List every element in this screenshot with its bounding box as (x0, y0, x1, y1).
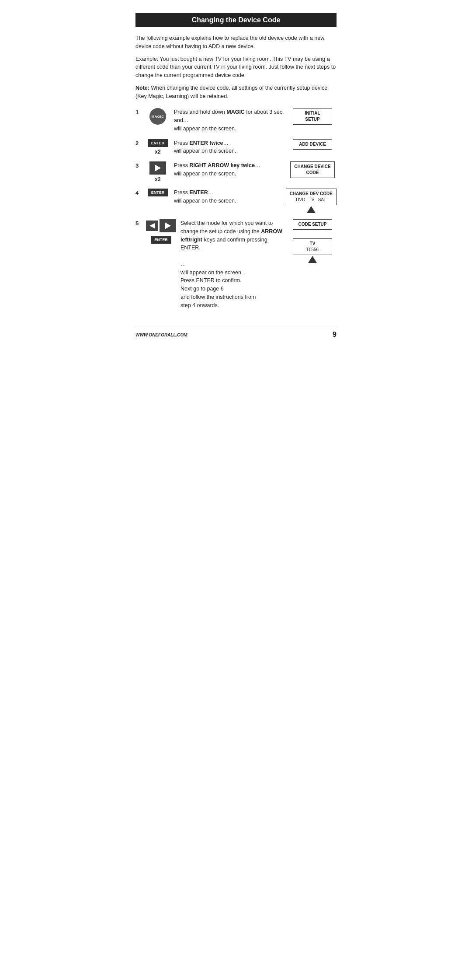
step-desc-1: Press and hold down MAGIC for about 3 se… (174, 108, 284, 133)
step-desc-4: Press ENTER…will appear on the screen. (174, 189, 281, 205)
steps-container: 1 MAGIC Press and hold down MAGIC for ab… (135, 108, 337, 309)
step-number-3: 3 (135, 162, 142, 169)
step-number-1: 1 (135, 109, 142, 116)
left-arrow-icon (149, 223, 155, 228)
note-body: When changing the device code, all setti… (135, 85, 327, 99)
screen-display-5a: CODE SETUP (293, 219, 332, 230)
step-desc-3: Press RIGHT ARROW key twice…will appear … (174, 161, 284, 178)
step-screen-1: INITIAL SETUP (288, 108, 337, 125)
step-screen-4: CHANGE DEV CODE DVD TV SAT (286, 189, 337, 213)
x2-label-2: x2 (155, 149, 160, 155)
step-number-4: 4 (135, 189, 142, 196)
magic-button-icon: MAGIC (149, 108, 166, 125)
screen-display-1: INITIAL SETUP (293, 108, 332, 125)
triangle-arrow-5 (308, 256, 317, 263)
step-screen-5: CODE SETUP TV T0556 (288, 219, 337, 263)
left-arrow-button-icon (146, 220, 158, 231)
step-icon-2: ENTER x2 (146, 139, 170, 155)
right-arrow-button-icon (149, 161, 166, 175)
x2-label-3: x2 (155, 176, 160, 182)
step-screen-2: ADD DEVICE (288, 139, 337, 150)
right-arrow-icon (155, 164, 161, 172)
screen-display-3: CHANGE DEVICE CODE (290, 161, 334, 178)
enter-button-icon: ENTER (148, 139, 168, 147)
right-arrow-icon-5 (165, 222, 171, 229)
step-number-5: 5 (135, 220, 142, 227)
step-row-5: 5 ENTER Select the mode for which you wa… (135, 219, 337, 309)
step-number-2: 2 (135, 140, 142, 147)
intro-paragraph-2: Example: You just bought a new TV for yo… (135, 55, 337, 80)
step-row-1: 1 MAGIC Press and hold down MAGIC for ab… (135, 108, 337, 133)
step-screen-3: CHANGE DEVICE CODE (288, 161, 337, 178)
note-label: Note: (135, 85, 149, 91)
screen-display-5b: TV T0556 (293, 238, 332, 255)
intro-paragraph-1: The following example explains how to re… (135, 34, 337, 51)
step-icon-5: ENTER (146, 219, 176, 244)
arrows-icon-5 (146, 219, 176, 232)
footer-page-number: 9 (333, 331, 337, 339)
step-desc-2: Press ENTER twice…will appear on the scr… (174, 139, 284, 156)
step-row-4: 4 ENTER Press ENTER…will appear on the s… (135, 189, 337, 213)
step-icon-1: MAGIC (146, 108, 170, 125)
footer-url: WWW.ONEFORALL.COM (135, 332, 187, 337)
screen-display-2: ADD DEVICE (293, 139, 332, 150)
enter-button-icon-5: ENTER (151, 236, 171, 244)
screen-display-4: CHANGE DEV CODE DVD TV SAT (286, 189, 337, 205)
note-text: Note: When changing the device code, all… (135, 84, 337, 101)
step-icon-3: x2 (146, 161, 170, 182)
step-row-3: 3 x2 Press RIGHT ARROW key twice…will ap… (135, 161, 337, 182)
screen-block-code-setup: CODE SETUP (293, 219, 332, 230)
enter-button-icon-4: ENTER (148, 189, 168, 196)
step-row-2: 2 ENTER x2 Press ENTER twice…will appear… (135, 139, 337, 156)
page-footer: WWW.ONEFORALL.COM 9 (135, 327, 337, 339)
right-arrow-button-icon-5 (160, 219, 176, 232)
step-desc-5: Select the mode for which you want to ch… (180, 219, 284, 309)
page-title: Changing the Device Code (135, 13, 337, 27)
screen-block-tv: TV T0556 (293, 238, 332, 263)
step-icon-4: ENTER (146, 189, 170, 196)
triangle-arrow-4 (307, 206, 316, 213)
